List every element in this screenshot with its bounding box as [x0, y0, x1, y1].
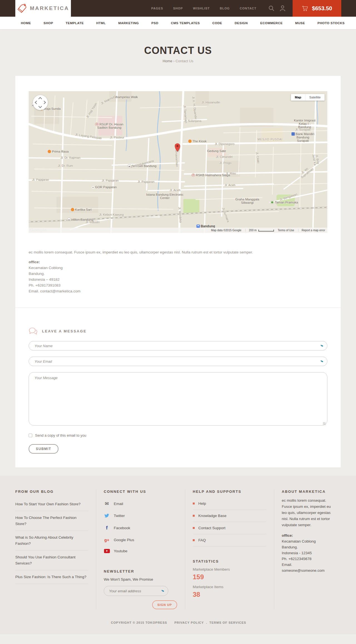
about-heading: ABOUT MARKETICA	[282, 489, 333, 494]
help-link[interactable]: Contact Support	[193, 522, 266, 534]
google-map[interactable]: Cihampelas Walk Jl. Hasanudin Jl. Ir. H.…	[29, 91, 327, 233]
main-nav-item[interactable]: PHOTO STOCKS	[318, 21, 345, 25]
newsletter-email-input[interactable]	[104, 586, 168, 596]
main-nav-item[interactable]: HTML	[96, 21, 106, 25]
main-nav-item[interactable]: CODE	[212, 21, 222, 25]
footer: FROM OUR BLOG How To Start Your Own Fash…	[0, 476, 356, 634]
terms-of-use-link[interactable]: Terms of Use	[278, 229, 294, 232]
address-line: Indonesia – 49182	[29, 277, 327, 282]
logo[interactable]: MARKETICA	[15, 0, 71, 17]
pan-down-icon[interactable]	[38, 105, 42, 108]
blog-post-link[interactable]: What is So Alluring About Celebrity Fash…	[15, 531, 88, 551]
footer-blog-column: FROM OUR BLOG How To Start Your Own Fash…	[15, 489, 96, 609]
pan-up-icon[interactable]	[38, 97, 42, 101]
twitter-icon	[104, 513, 110, 518]
cart-icon	[302, 5, 309, 11]
pan-left-icon[interactable]	[35, 101, 38, 104]
cart-button[interactable]: $653.50	[293, 0, 341, 17]
map-marker-icon[interactable]	[174, 143, 180, 153]
contact-card: Cihampelas Walk Jl. Hasanudin Jl. Ir. H.…	[15, 76, 341, 468]
bullet-icon	[193, 527, 195, 529]
chat-bubbles-icon	[29, 327, 38, 335]
social-link-twitter[interactable]: Twitter	[104, 510, 177, 521]
map-type-map-button[interactable]: Map	[291, 94, 305, 101]
map-pan-control[interactable]	[33, 95, 48, 110]
name-input[interactable]	[29, 341, 327, 350]
pan-right-icon[interactable]	[42, 101, 46, 104]
top-nav-link[interactable]: BLOG	[220, 7, 230, 10]
breadcrumb-home-link[interactable]: Home	[163, 59, 172, 63]
google-plus-icon: g+	[104, 538, 110, 542]
main-nav-item[interactable]: MARKETING	[118, 21, 139, 25]
blog-post-link[interactable]: How To Choose The Perfect Fashion Store?	[15, 511, 88, 531]
help-link[interactable]: FAQ	[193, 534, 266, 546]
main-nav-item[interactable]: DESIGN	[235, 21, 248, 25]
submit-button[interactable]: SUBMIT	[29, 444, 58, 454]
social-link-email[interactable]: ✉ Email	[104, 498, 177, 510]
social-link-youtube[interactable]: Youtube	[104, 546, 177, 556]
social-link-facebook[interactable]: f Facebook	[104, 521, 177, 534]
map-attribution: Map data ©2015 Google 200 m Terms of Use…	[29, 228, 327, 233]
user-icon[interactable]	[277, 5, 288, 12]
stat-entry: Marketplace Members 159	[193, 567, 266, 581]
search-icon[interactable]	[266, 5, 277, 11]
page-title: CONTACT US	[0, 45, 356, 56]
blog-post-link[interactable]: Should You Use Fashion Consultant Servic…	[15, 551, 88, 570]
top-nav-link[interactable]: SHOP	[173, 7, 183, 10]
stat-entry: Marketplace Items 38	[193, 585, 266, 598]
main-nav-item[interactable]: CMS TEMPLATES	[171, 21, 200, 25]
blog-post-link[interactable]: Plus Size Fashion: Is There Such a Thing…	[15, 570, 88, 584]
footer-connect-column: CONNECT WITH US ✉ Email Twitter f Facebo…	[96, 489, 185, 609]
top-nav-link[interactable]: CONTACT	[240, 7, 256, 10]
address-line: Email. someone@someone.com	[282, 562, 333, 573]
address-line: Bandung.	[29, 271, 327, 277]
newsletter-tagline: We Won't Spam, We Promise	[104, 577, 177, 581]
map-scale: 200 m	[245, 229, 274, 232]
message-textarea[interactable]	[29, 372, 327, 426]
main-nav: HOME SHOP TEMPLATE HTML MARKETING PSD CM…	[21, 21, 345, 25]
address-line: Ph. +6212345678	[282, 556, 333, 562]
newsletter-heading: NEWSLETTER	[104, 569, 177, 573]
social-link-google-plus[interactable]: g+ Google Plus	[104, 534, 177, 546]
privacy-policy-link[interactable]: PRIVACY POLICY	[174, 621, 204, 624]
resize-grip-icon[interactable]	[323, 422, 326, 425]
breadcrumb-current: Contact Us	[175, 59, 193, 63]
top-nav: PAGES SHOP WISHLIST BLOG CONTACT	[151, 7, 256, 10]
send-copy-label: Send a copy of this email to you	[35, 433, 86, 437]
youtube-icon	[104, 549, 110, 553]
top-nav-link[interactable]: PAGES	[151, 7, 163, 10]
email-input[interactable]	[29, 357, 327, 366]
main-nav-item[interactable]: SHOP	[44, 21, 53, 25]
copyright-text: COPYRIGHT © 2015 TOKOPRESS	[111, 621, 167, 624]
terms-of-services-link[interactable]: TERMS OF SERVICES	[209, 621, 246, 624]
top-header: MARKETICA PAGES SHOP WISHLIST BLOG CONTA…	[0, 0, 356, 17]
send-copy-checkbox[interactable]	[29, 434, 32, 437]
signup-button[interactable]: SIGN UP	[152, 600, 177, 609]
map-type-satellite-button[interactable]: Satellite	[305, 94, 325, 101]
address-line: Email. contact@marketica.com	[29, 288, 327, 294]
address-line: Indonesia - 12345	[282, 550, 333, 556]
main-nav-item[interactable]: TEMPLATE	[66, 21, 84, 25]
report-map-error-link[interactable]: Report a map error	[298, 229, 325, 232]
main-nav-item[interactable]: MUSE	[295, 21, 305, 25]
bullet-icon	[193, 539, 195, 541]
stat-value: 38	[193, 591, 266, 598]
main-nav-item[interactable]: HOME	[21, 21, 31, 25]
blog-heading: FROM OUR BLOG	[15, 489, 88, 494]
footer-help-column: HELP AND SUPPORTS Help Knowladge Base Co…	[185, 489, 274, 609]
address-line: Kecamatan Coblong	[29, 265, 327, 271]
main-nav-item[interactable]: PSD	[151, 21, 158, 25]
main-nav-bar: HOME SHOP TEMPLATE HTML MARKETING PSD CM…	[0, 17, 356, 29]
help-link[interactable]: Help	[193, 498, 266, 510]
address-line: Bandung.	[282, 544, 333, 550]
tag-logo-icon	[17, 3, 27, 14]
facebook-icon: f	[104, 525, 110, 531]
stat-value: 159	[193, 573, 266, 581]
main-nav-item[interactable]: ECOMMERCE	[260, 21, 283, 25]
help-link[interactable]: Knowladge Base	[193, 510, 266, 522]
office-label: office:	[29, 259, 327, 265]
bullet-icon	[193, 503, 195, 504]
blog-post-link[interactable]: How To Start Your Own Fashion Store?	[15, 498, 88, 511]
top-nav-link[interactable]: WISHLIST	[193, 7, 210, 10]
about-text: ec mollis lorem consequat. Fusce ipsum e…	[282, 498, 333, 528]
